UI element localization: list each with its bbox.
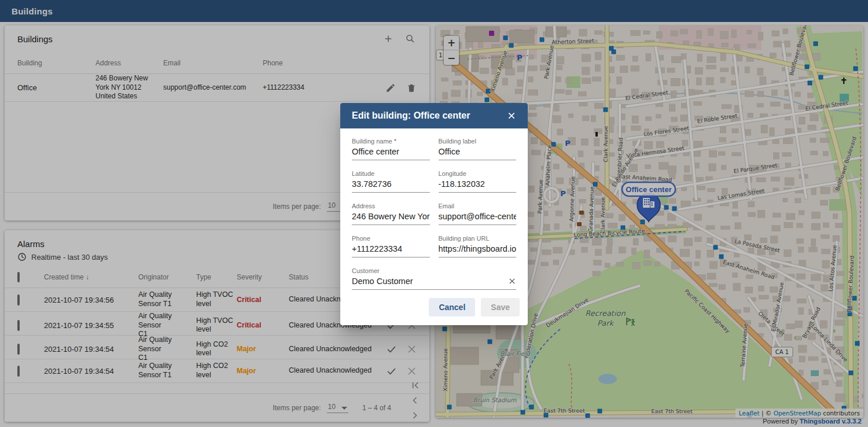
building-plan-url-field[interactable]: Building plan URL https://thingsboard.io…	[439, 235, 517, 257]
dialog-close-button[interactable]	[503, 108, 520, 124]
cancel-button[interactable]: Cancel	[429, 298, 475, 316]
phone-field[interactable]: Phone +1112223334	[352, 235, 430, 257]
building-name-field[interactable]: Building name * Office center	[352, 138, 430, 160]
latitude-field[interactable]: Latitude 33.782736	[352, 170, 430, 193]
building-label-field[interactable]: Building label Office	[439, 138, 517, 160]
address-field[interactable]: Address 246 Bowery New York NY 10012 Uni…	[352, 203, 430, 225]
customer-field[interactable]: Customer Demo Customer	[352, 267, 516, 290]
save-button[interactable]: Save	[481, 298, 520, 316]
edit-building-dialog: Edit building: Office center Building na…	[340, 103, 528, 325]
close-icon	[507, 111, 516, 120]
longitude-field[interactable]: Longitude -118.132032	[439, 170, 517, 193]
dialog-title: Edit building: Office center	[352, 111, 470, 121]
clear-icon[interactable]	[508, 277, 516, 285]
email-field[interactable]: Email support@office-center.com	[439, 203, 517, 225]
